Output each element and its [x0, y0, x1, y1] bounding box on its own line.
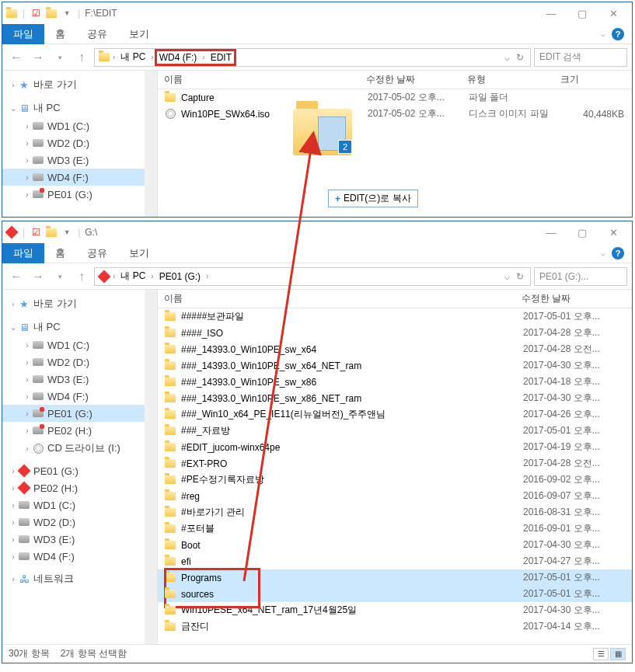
addr-root[interactable]: 내 PC — [117, 270, 148, 283]
sidebar-drive[interactable]: › WD1 (C:) — [2, 496, 157, 514]
sidebar-drive[interactable]: › PE01 (G:) — [2, 186, 157, 203]
col-name[interactable]: 이름 — [158, 73, 360, 86]
chevron-right-icon[interactable]: › — [9, 300, 18, 308]
col-size[interactable]: 크기 — [554, 73, 616, 86]
up-button[interactable]: ↑ — [72, 267, 91, 286]
sidebar-drive[interactable]: › WD3 (E:) — [2, 151, 157, 169]
chevron-right-icon[interactable]: › — [200, 53, 207, 61]
dropdown-chevron-icon[interactable]: ▼ — [61, 226, 73, 239]
close-button[interactable]: ✕ — [604, 5, 623, 21]
file-row[interactable]: Win10PE_SWx64.iso 2017-05-02 오후... 디스크 이… — [158, 106, 632, 122]
help-icon[interactable]: ? — [612, 247, 624, 259]
col-type[interactable]: 유형 — [461, 73, 554, 86]
recent-dropdown[interactable]: ▾ — [51, 48, 69, 67]
sidebar-quick-access[interactable]: › ★ 바로 가기 — [2, 294, 157, 313]
sidebar-drive[interactable]: › PE01 (G:) — [2, 405, 157, 422]
search-input[interactable]: PE01 (G:)... — [534, 267, 627, 286]
file-row[interactable]: #PE수정기록자료방 2016-09-02 오후... — [158, 472, 632, 488]
refresh-icon[interactable]: ↻ — [513, 271, 527, 282]
chevron-right-icon[interactable]: › — [110, 272, 117, 280]
addr-root[interactable]: 내 PC — [117, 50, 148, 64]
chevron-right-icon[interactable]: › — [23, 139, 32, 148]
expand-ribbon-icon[interactable]: ⌵ — [601, 30, 605, 38]
file-row[interactable]: ###_14393.0_Win10PE_sw_x86 2017-04-18 오후… — [158, 374, 632, 390]
titlebar[interactable]: | ☑ ▼ | F:\EDIT — ▢ ✕ — [2, 2, 632, 24]
sidebar-network[interactable]: › 🖧 네트워크 — [2, 569, 157, 588]
chevron-right-icon[interactable]: › — [9, 81, 18, 89]
back-button[interactable]: ← — [7, 48, 26, 67]
sidebar-drive[interactable]: › WD2 (D:) — [2, 134, 157, 151]
back-button[interactable]: ← — [7, 267, 26, 286]
col-date[interactable]: 수정한 날짜 — [360, 73, 461, 86]
recent-dropdown[interactable]: ▾ — [51, 267, 69, 286]
sidebar-drive[interactable]: › WD3 (E:) — [2, 371, 157, 388]
file-row[interactable]: Capture 2017-05-02 오후... 파일 폴더 — [158, 89, 632, 106]
check-icon[interactable]: ☑ — [30, 7, 42, 19]
file-row[interactable]: ###_14393.0_Win10PE_sw_x86_NET_ram 2017-… — [158, 390, 632, 406]
tab-view[interactable]: 보기 — [118, 243, 160, 263]
sidebar-drive[interactable]: › WD1 (C:) — [2, 336, 157, 353]
chevron-right-icon[interactable]: › — [9, 467, 18, 475]
chevron-down-icon[interactable]: ⌄ — [9, 104, 18, 113]
chevron-right-icon[interactable]: › — [23, 427, 32, 435]
chevron-right-icon[interactable]: › — [9, 484, 18, 493]
chevron-right-icon[interactable]: › — [23, 122, 32, 131]
file-row[interactable]: #reg 2016-09-07 오후... — [158, 488, 632, 504]
tab-home[interactable]: 홈 — [44, 243, 76, 263]
chevron-right-icon[interactable]: › — [23, 341, 32, 350]
addr-seg-folder[interactable]: EDIT — [208, 52, 235, 63]
tab-share[interactable]: 공유 — [76, 24, 118, 44]
sidebar-drive[interactable]: › WD4 (F:) — [2, 548, 157, 565]
minimize-button[interactable]: — — [542, 5, 560, 21]
col-name[interactable]: 이름 — [158, 292, 515, 305]
file-row[interactable]: efi 2017-04-27 오후... — [158, 553, 632, 569]
chevron-right-icon[interactable]: › — [23, 444, 32, 453]
chevron-right-icon[interactable]: › — [204, 272, 211, 280]
maximize-button[interactable]: ▢ — [573, 5, 591, 21]
addr-seg-drive[interactable]: WD4 (F:) — [156, 52, 201, 63]
up-button[interactable]: ↑ — [72, 48, 91, 67]
chevron-right-icon[interactable]: › — [9, 518, 18, 527]
file-row[interactable]: #바로가기 관리 2016-08-31 오후... — [158, 504, 632, 521]
maximize-button[interactable]: ▢ — [573, 225, 591, 240]
sidebar-this-pc[interactable]: ⌄ 🖥 내 PC — [2, 318, 157, 336]
file-row[interactable]: #EXT-PRO 2017-04-28 오전... — [158, 455, 632, 472]
sidebar-drive[interactable]: › WD3 (E:) — [2, 531, 157, 548]
chevron-right-icon[interactable]: › — [23, 392, 32, 401]
sidebar-drive[interactable]: › WD4 (F:) — [2, 388, 157, 405]
file-row[interactable]: Boot 2017-04-30 오후... — [158, 537, 632, 553]
sidebar-drive[interactable]: › PE02 (H:) — [2, 422, 157, 439]
file-row[interactable]: #EDIT_jucom-winx64pe 2017-04-19 오후... — [158, 439, 632, 455]
file-row[interactable]: Programs 2017-05-01 오후... — [158, 569, 632, 586]
chevron-right-icon[interactable]: › — [23, 409, 32, 418]
chevron-right-icon[interactable]: › — [110, 53, 117, 61]
sidebar-quick-access[interactable]: › ★ 바로 가기 — [2, 75, 157, 94]
view-details-button[interactable]: ☰ — [593, 648, 609, 660]
dropdown-chevron-icon[interactable]: ▼ — [61, 7, 73, 19]
forward-button[interactable]: → — [29, 267, 47, 286]
tab-file[interactable]: 파일 — [2, 243, 44, 263]
file-row[interactable]: #####보관파일 2017-05-01 오후... — [158, 308, 632, 325]
file-row[interactable]: ####_ISO 2017-04-28 오후... — [158, 325, 632, 341]
tab-file[interactable]: 파일 — [2, 24, 44, 44]
minimize-button[interactable]: — — [542, 225, 560, 240]
titlebar[interactable]: | ☑ ▼ | G:\ — ▢ ✕ — [2, 221, 632, 243]
refresh-icon[interactable]: ↻ — [513, 52, 527, 63]
file-row[interactable]: ###_14393.0_Win10PE_sw_x64_NET_ram 2017-… — [158, 357, 632, 374]
file-row[interactable]: #포터블 2016-09-01 오후... — [158, 521, 632, 537]
sidebar-drive[interactable]: › PE02 (H:) — [2, 479, 157, 496]
chevron-right-icon[interactable]: › — [23, 156, 32, 165]
address-bar[interactable]: › 내 PC › WD4 (F:) › EDIT ⌵ ↻ — [94, 48, 531, 67]
col-date[interactable]: 수정한 날짜 — [515, 292, 616, 305]
chevron-down-icon[interactable]: ⌄ — [9, 323, 18, 332]
chevron-right-icon[interactable]: › — [9, 575, 18, 583]
sidebar-drive[interactable]: › WD4 (F:) — [2, 169, 157, 186]
dropdown-icon[interactable]: ⌵ — [501, 271, 513, 282]
scrollbar[interactable] — [145, 290, 157, 644]
chevron-right-icon[interactable]: › — [23, 375, 32, 384]
address-bar[interactable]: › 내 PC › PE01 (G:) › ⌵ ↻ — [94, 267, 531, 286]
chevron-right-icon[interactable]: › — [23, 358, 32, 367]
chevron-right-icon[interactable]: › — [23, 173, 32, 182]
chevron-right-icon[interactable]: › — [148, 53, 155, 61]
file-row[interactable]: sources 2017-05-01 오후... — [158, 586, 632, 602]
